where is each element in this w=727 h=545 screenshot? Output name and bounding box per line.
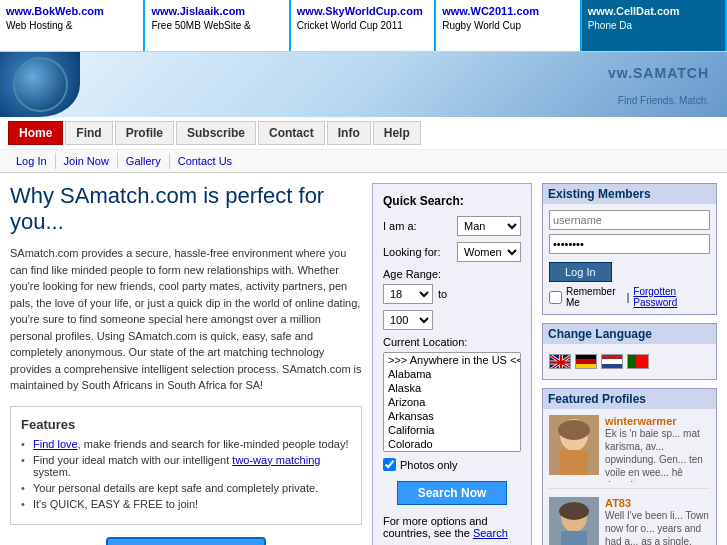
qs-lookingfor-row: Looking for: Women Men bbox=[383, 242, 521, 262]
flag-nl[interactable] bbox=[601, 354, 623, 369]
profile-thumb-2 bbox=[549, 497, 599, 545]
ad-3-link[interactable]: www.SkyWorldCup.com bbox=[297, 5, 423, 17]
nav-login[interactable]: Log In bbox=[8, 153, 56, 169]
ad-5-link[interactable]: www.CellDat.com bbox=[588, 5, 680, 17]
left-column: Why SAmatch.com is perfect for you... SA… bbox=[10, 183, 362, 545]
profile-avatar-2 bbox=[549, 497, 599, 545]
two-way-link[interactable]: two-way matching bbox=[232, 454, 320, 466]
search-now-button[interactable]: Search Now bbox=[397, 481, 508, 505]
profile-item-1: winterwarmer Ek is 'n baie sp... mat kar… bbox=[549, 415, 710, 489]
nav-find[interactable]: Find bbox=[65, 121, 112, 145]
ad-3[interactable]: www.SkyWorldCup.com Cricket World Cup 20… bbox=[291, 0, 436, 51]
globe-circle bbox=[13, 57, 68, 112]
page-title: Why SAmatch.com is perfect for you... bbox=[10, 183, 362, 235]
main-content: Why SAmatch.com is perfect for you... SA… bbox=[0, 173, 727, 545]
globe-logo bbox=[0, 52, 80, 117]
site-tagline: Find Friends. Match. bbox=[608, 95, 709, 106]
nav-contact[interactable]: Contact bbox=[258, 121, 325, 145]
featured-profiles-section: Featured Profiles winterwarmer Ek is 'n … bbox=[542, 388, 717, 545]
ad-5-text: Phone Da bbox=[588, 20, 632, 31]
flag-pt[interactable] bbox=[627, 354, 649, 369]
right-sidebar: Existing Members Log In Remember Me | Fo… bbox=[542, 183, 717, 545]
profile-name-2[interactable]: AT83 bbox=[605, 497, 710, 509]
nav-subscribe[interactable]: Subscribe bbox=[176, 121, 256, 145]
site-title: vw.SAMATCH bbox=[608, 63, 709, 94]
qs-age-min-select[interactable]: 1819202530 bbox=[383, 284, 433, 304]
featured-profiles-title: Featured Profiles bbox=[543, 389, 716, 409]
quick-search-box: Quick Search: I am a: Man Woman Looking … bbox=[372, 183, 532, 545]
qs-age-row: 1819202530 to bbox=[383, 284, 521, 304]
navigation: Home Find Profile Subscribe Contact Info… bbox=[0, 117, 727, 173]
flag-uk[interactable] bbox=[549, 354, 571, 369]
ad-4[interactable]: www.WC2011.com Rugby World Cup bbox=[436, 0, 581, 51]
qs-lookingfor-label: Looking for: bbox=[383, 246, 452, 258]
nav-home[interactable]: Home bbox=[8, 121, 63, 145]
qs-iam-select[interactable]: Man Woman bbox=[457, 216, 521, 236]
feature-2: Find your ideal match with our intellige… bbox=[21, 454, 351, 478]
ad-1[interactable]: www.BokWeb.com Web Hosting & bbox=[0, 0, 145, 51]
profile-info-2: AT83 Well I've been li... Town now for o… bbox=[605, 497, 710, 545]
qs-photos-row: Photos only bbox=[383, 458, 521, 471]
profile-avatar-1 bbox=[549, 415, 599, 475]
qs-iam-label: I am a: bbox=[383, 220, 452, 232]
qs-search-btn-container: Search Now bbox=[383, 477, 521, 509]
site-branding: vw.SAMATCH Find Friends. Match. bbox=[608, 63, 717, 106]
search-more-link[interactable]: Search bbox=[473, 527, 508, 539]
nav-profile[interactable]: Profile bbox=[115, 121, 174, 145]
login-button[interactable]: Log In bbox=[549, 262, 612, 282]
nav-info[interactable]: Info bbox=[327, 121, 371, 145]
ad-2-link[interactable]: www.Jislaaik.com bbox=[151, 5, 245, 17]
feature-3: Your personal details are kept safe and … bbox=[21, 482, 351, 494]
profile-desc-1: Ek is 'n baie sp... mat karisma, av... o… bbox=[605, 427, 710, 482]
svg-point-15 bbox=[559, 502, 589, 520]
ad-bar: www.BokWeb.com Web Hosting & www.Jislaai… bbox=[0, 0, 727, 52]
password-input[interactable] bbox=[549, 234, 710, 254]
header: vw.SAMATCH Find Friends. Match. bbox=[0, 52, 727, 117]
ad-3-text: Cricket World Cup 2011 bbox=[297, 20, 403, 31]
forgotten-password-link[interactable]: Forgotten Password bbox=[633, 286, 710, 308]
ad-2[interactable]: www.Jislaaik.com Free 50MB WebSite & bbox=[145, 0, 290, 51]
features-list: Find love, make friends and search for l… bbox=[21, 438, 351, 510]
flag-de[interactable] bbox=[575, 354, 597, 369]
qs-iam-row: I am a: Man Woman bbox=[383, 216, 521, 236]
page-description: SAmatch.com provides a secure, hassle-fr… bbox=[10, 245, 362, 394]
features-title: Features bbox=[21, 417, 351, 432]
existing-members-title: Existing Members bbox=[543, 184, 716, 204]
remember-me-label: Remember Me bbox=[566, 286, 623, 308]
ad-4-link[interactable]: www.WC2011.com bbox=[442, 5, 539, 17]
qs-age-max-select[interactable]: 100908070 bbox=[383, 310, 433, 330]
nav-help[interactable]: Help bbox=[373, 121, 421, 145]
ad-1-text: Web Hosting & bbox=[6, 20, 73, 31]
join-now-button[interactable]: Join Now! bbox=[106, 537, 266, 546]
qs-photos-checkbox[interactable] bbox=[383, 458, 396, 471]
profile-name-1[interactable]: winterwarmer bbox=[605, 415, 710, 427]
feature-4: It's QUICK, EASY & FREE to join! bbox=[21, 498, 351, 510]
qs-agerange-label: Age Range: bbox=[383, 268, 521, 280]
nav-contactus[interactable]: Contact Us bbox=[170, 153, 240, 169]
remember-me-checkbox[interactable] bbox=[549, 291, 562, 304]
ad-5[interactable]: www.CellDat.com Phone Da bbox=[582, 0, 727, 51]
existing-members-section: Existing Members Log In Remember Me | Fo… bbox=[542, 183, 717, 315]
username-input[interactable] bbox=[549, 210, 710, 230]
qs-photos-label: Photos only bbox=[400, 459, 457, 471]
qs-location-select[interactable]: >>> Anywhere in the US <<< Alabama Alask… bbox=[383, 352, 521, 452]
flags-row bbox=[549, 350, 710, 373]
find-love-link[interactable]: Find love bbox=[33, 438, 78, 450]
qs-location-label: Current Location: bbox=[383, 336, 521, 348]
ad-4-text: Rugby World Cup bbox=[442, 20, 521, 31]
nav-joinnow[interactable]: Join Now bbox=[56, 153, 118, 169]
nav-gallery[interactable]: Gallery bbox=[118, 153, 170, 169]
quick-search-panel: Quick Search: I am a: Man Woman Looking … bbox=[372, 183, 532, 545]
profile-info-1: winterwarmer Ek is 'n baie sp... mat kar… bbox=[605, 415, 710, 482]
svg-point-11 bbox=[558, 420, 590, 440]
join-button-container: Join Now! bbox=[10, 537, 362, 546]
nav-sub: Log In Join Now Gallery Contact Us bbox=[0, 149, 727, 172]
svg-rect-16 bbox=[561, 531, 587, 545]
profile-thumb-1 bbox=[549, 415, 599, 475]
change-language-section: Change Language bbox=[542, 323, 717, 380]
ad-1-link[interactable]: www.BokWeb.com bbox=[6, 5, 104, 17]
remember-row: Remember Me | Forgotten Password bbox=[549, 286, 710, 308]
profile-item-2: AT83 Well I've been li... Town now for o… bbox=[549, 497, 710, 545]
qs-lookingfor-select[interactable]: Women Men bbox=[457, 242, 521, 262]
site-prefix: vw. bbox=[608, 65, 633, 81]
